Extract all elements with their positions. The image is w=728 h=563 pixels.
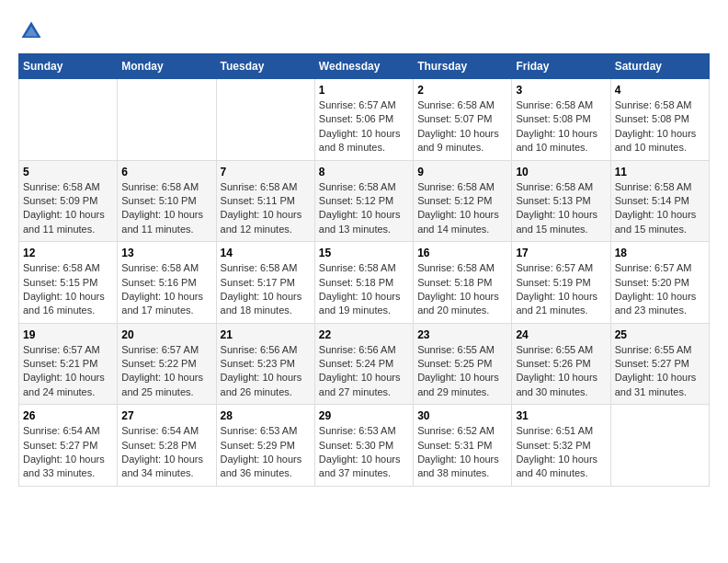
calendar-cell: 17Sunrise: 6:57 AM Sunset: 5:19 PM Dayli… bbox=[512, 242, 610, 324]
day-info: Sunrise: 6:55 AM Sunset: 5:27 PM Dayligh… bbox=[615, 343, 705, 400]
day-info: Sunrise: 6:51 AM Sunset: 5:32 PM Dayligh… bbox=[516, 424, 606, 481]
day-header-sunday: Sunday bbox=[19, 54, 118, 79]
day-number: 20 bbox=[121, 328, 211, 341]
day-info: Sunrise: 6:58 AM Sunset: 5:10 PM Dayligh… bbox=[121, 180, 211, 237]
day-number: 23 bbox=[417, 328, 507, 341]
day-number: 30 bbox=[417, 409, 507, 422]
calendar-header: SundayMondayTuesdayWednesdayThursdayFrid… bbox=[19, 54, 710, 79]
day-header-friday: Friday bbox=[512, 54, 610, 79]
day-number: 28 bbox=[221, 409, 311, 422]
calendar-cell bbox=[610, 405, 709, 487]
day-number: 2 bbox=[417, 84, 507, 97]
calendar-cell: 5Sunrise: 6:58 AM Sunset: 5:09 PM Daylig… bbox=[19, 160, 118, 242]
calendar-cell: 6Sunrise: 6:58 AM Sunset: 5:10 PM Daylig… bbox=[118, 160, 216, 242]
calendar-cell: 30Sunrise: 6:52 AM Sunset: 5:31 PM Dayli… bbox=[414, 405, 512, 487]
calendar-week-5: 26Sunrise: 6:54 AM Sunset: 5:27 PM Dayli… bbox=[19, 405, 710, 487]
calendar-cell: 3Sunrise: 6:58 AM Sunset: 5:08 PM Daylig… bbox=[512, 79, 610, 161]
day-number: 27 bbox=[121, 409, 211, 422]
day-number: 10 bbox=[516, 166, 606, 178]
day-number: 11 bbox=[615, 166, 705, 178]
day-header-monday: Monday bbox=[118, 54, 216, 79]
calendar-week-1: 1Sunrise: 6:57 AM Sunset: 5:06 PM Daylig… bbox=[19, 79, 710, 161]
day-info: Sunrise: 6:56 AM Sunset: 5:24 PM Dayligh… bbox=[319, 343, 409, 400]
calendar-cell: 25Sunrise: 6:55 AM Sunset: 5:27 PM Dayli… bbox=[610, 323, 709, 405]
day-header-wednesday: Wednesday bbox=[314, 54, 413, 79]
day-number: 14 bbox=[221, 247, 311, 259]
calendar-cell: 31Sunrise: 6:51 AM Sunset: 5:32 PM Dayli… bbox=[512, 405, 610, 487]
day-number: 22 bbox=[319, 328, 409, 341]
day-info: Sunrise: 6:58 AM Sunset: 5:09 PM Dayligh… bbox=[23, 180, 113, 237]
day-info: Sunrise: 6:58 AM Sunset: 5:11 PM Dayligh… bbox=[221, 180, 311, 237]
calendar-cell: 14Sunrise: 6:58 AM Sunset: 5:17 PM Dayli… bbox=[216, 242, 314, 324]
day-info: Sunrise: 6:58 AM Sunset: 5:15 PM Dayligh… bbox=[23, 261, 113, 318]
day-number: 29 bbox=[319, 409, 409, 422]
calendar-cell: 2Sunrise: 6:58 AM Sunset: 5:07 PM Daylig… bbox=[414, 79, 512, 161]
calendar-cell: 9Sunrise: 6:58 AM Sunset: 5:12 PM Daylig… bbox=[414, 160, 512, 242]
day-info: Sunrise: 6:58 AM Sunset: 5:12 PM Dayligh… bbox=[417, 180, 507, 237]
day-info: Sunrise: 6:58 AM Sunset: 5:14 PM Dayligh… bbox=[615, 180, 705, 237]
day-info: Sunrise: 6:56 AM Sunset: 5:23 PM Dayligh… bbox=[221, 343, 311, 400]
day-info: Sunrise: 6:52 AM Sunset: 5:31 PM Dayligh… bbox=[417, 424, 507, 481]
day-info: Sunrise: 6:53 AM Sunset: 5:30 PM Dayligh… bbox=[319, 424, 409, 481]
day-number: 13 bbox=[121, 247, 211, 259]
day-number: 17 bbox=[516, 247, 606, 259]
calendar-body: 1Sunrise: 6:57 AM Sunset: 5:06 PM Daylig… bbox=[19, 79, 710, 487]
day-number: 1 bbox=[319, 84, 409, 97]
day-number: 16 bbox=[417, 247, 507, 259]
day-info: Sunrise: 6:55 AM Sunset: 5:26 PM Dayligh… bbox=[516, 343, 606, 400]
logo bbox=[18, 18, 48, 44]
calendar-cell: 19Sunrise: 6:57 AM Sunset: 5:21 PM Dayli… bbox=[19, 323, 118, 405]
day-info: Sunrise: 6:58 AM Sunset: 5:16 PM Dayligh… bbox=[121, 261, 211, 318]
calendar-cell: 20Sunrise: 6:57 AM Sunset: 5:22 PM Dayli… bbox=[118, 323, 216, 405]
day-header-saturday: Saturday bbox=[610, 54, 709, 79]
header-row: SundayMondayTuesdayWednesdayThursdayFrid… bbox=[19, 54, 710, 79]
calendar-table: SundayMondayTuesdayWednesdayThursdayFrid… bbox=[18, 53, 710, 487]
logo-icon bbox=[18, 18, 44, 44]
day-number: 6 bbox=[121, 166, 211, 178]
day-number: 3 bbox=[516, 84, 606, 97]
calendar-cell: 13Sunrise: 6:58 AM Sunset: 5:16 PM Dayli… bbox=[118, 242, 216, 324]
calendar-week-3: 12Sunrise: 6:58 AM Sunset: 5:15 PM Dayli… bbox=[19, 242, 710, 324]
calendar-cell: 7Sunrise: 6:58 AM Sunset: 5:11 PM Daylig… bbox=[216, 160, 314, 242]
calendar-cell: 23Sunrise: 6:55 AM Sunset: 5:25 PM Dayli… bbox=[414, 323, 512, 405]
day-number: 5 bbox=[23, 166, 113, 178]
day-info: Sunrise: 6:57 AM Sunset: 5:22 PM Dayligh… bbox=[121, 343, 211, 400]
calendar-cell: 12Sunrise: 6:58 AM Sunset: 5:15 PM Dayli… bbox=[19, 242, 118, 324]
day-info: Sunrise: 6:55 AM Sunset: 5:25 PM Dayligh… bbox=[417, 343, 507, 400]
day-info: Sunrise: 6:57 AM Sunset: 5:06 PM Dayligh… bbox=[319, 98, 409, 155]
day-number: 12 bbox=[23, 247, 113, 259]
calendar-cell: 10Sunrise: 6:58 AM Sunset: 5:13 PM Dayli… bbox=[512, 160, 610, 242]
day-info: Sunrise: 6:57 AM Sunset: 5:19 PM Dayligh… bbox=[516, 261, 606, 318]
calendar-cell: 21Sunrise: 6:56 AM Sunset: 5:23 PM Dayli… bbox=[216, 323, 314, 405]
calendar-cell: 11Sunrise: 6:58 AM Sunset: 5:14 PM Dayli… bbox=[610, 160, 709, 242]
day-header-thursday: Thursday bbox=[414, 54, 512, 79]
calendar-cell: 27Sunrise: 6:54 AM Sunset: 5:28 PM Dayli… bbox=[118, 405, 216, 487]
calendar-cell bbox=[118, 79, 216, 161]
day-info: Sunrise: 6:54 AM Sunset: 5:28 PM Dayligh… bbox=[121, 424, 211, 481]
calendar-cell bbox=[216, 79, 314, 161]
day-info: Sunrise: 6:58 AM Sunset: 5:07 PM Dayligh… bbox=[417, 98, 507, 155]
day-info: Sunrise: 6:57 AM Sunset: 5:20 PM Dayligh… bbox=[615, 261, 705, 318]
day-info: Sunrise: 6:58 AM Sunset: 5:18 PM Dayligh… bbox=[417, 261, 507, 318]
calendar-cell: 24Sunrise: 6:55 AM Sunset: 5:26 PM Dayli… bbox=[512, 323, 610, 405]
page-header bbox=[18, 18, 710, 44]
calendar-cell bbox=[19, 79, 118, 161]
day-number: 7 bbox=[221, 166, 311, 178]
day-info: Sunrise: 6:58 AM Sunset: 5:12 PM Dayligh… bbox=[319, 180, 409, 237]
day-number: 19 bbox=[23, 328, 113, 341]
day-header-tuesday: Tuesday bbox=[216, 54, 314, 79]
day-info: Sunrise: 6:57 AM Sunset: 5:21 PM Dayligh… bbox=[23, 343, 113, 400]
calendar-cell: 26Sunrise: 6:54 AM Sunset: 5:27 PM Dayli… bbox=[19, 405, 118, 487]
day-number: 24 bbox=[516, 328, 606, 341]
day-number: 15 bbox=[319, 247, 409, 259]
day-number: 21 bbox=[221, 328, 311, 341]
calendar-cell: 28Sunrise: 6:53 AM Sunset: 5:29 PM Dayli… bbox=[216, 405, 314, 487]
day-number: 4 bbox=[615, 84, 705, 97]
calendar-cell: 4Sunrise: 6:58 AM Sunset: 5:08 PM Daylig… bbox=[610, 79, 709, 161]
day-info: Sunrise: 6:58 AM Sunset: 5:17 PM Dayligh… bbox=[221, 261, 311, 318]
calendar-cell: 8Sunrise: 6:58 AM Sunset: 5:12 PM Daylig… bbox=[314, 160, 413, 242]
calendar-cell: 1Sunrise: 6:57 AM Sunset: 5:06 PM Daylig… bbox=[314, 79, 413, 161]
day-number: 9 bbox=[417, 166, 507, 178]
day-info: Sunrise: 6:54 AM Sunset: 5:27 PM Dayligh… bbox=[23, 424, 113, 481]
calendar-cell: 15Sunrise: 6:58 AM Sunset: 5:18 PM Dayli… bbox=[314, 242, 413, 324]
